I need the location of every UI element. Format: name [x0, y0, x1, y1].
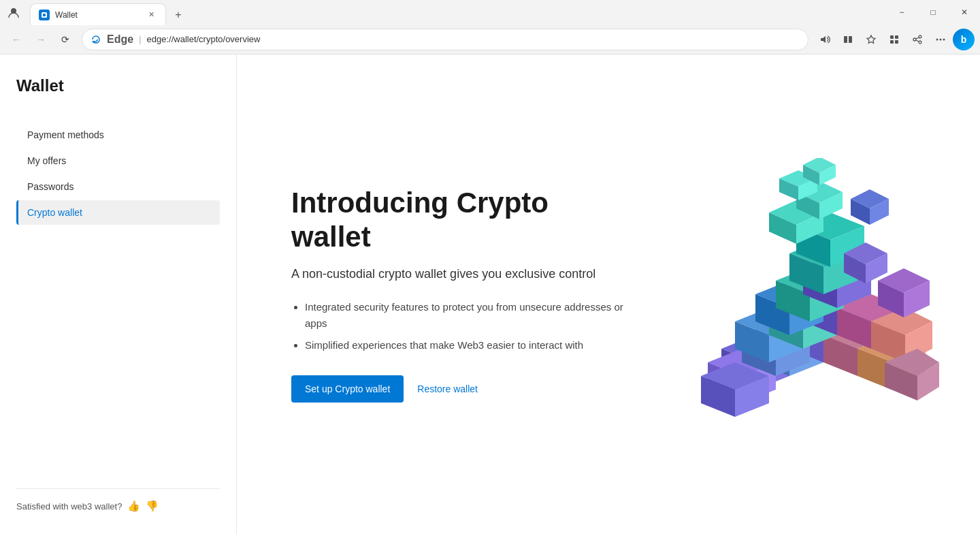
svg-point-10 — [919, 41, 921, 44]
address-brand: Edge — [107, 33, 133, 46]
sidebar-footer: Satisfied with web3 wallet? 👍 👎 — [16, 488, 220, 512]
close-tab-button[interactable]: ✕ — [145, 9, 157, 21]
svg-rect-6 — [895, 35, 898, 39]
sidebar-item-passwords[interactable]: Passwords — [16, 174, 220, 199]
page-subtitle: A non-custodial crypto wallet gives you … — [291, 266, 632, 283]
thumbs-up-icon[interactable]: 👍 — [127, 500, 140, 512]
toolbar: ← → ⟳ Edge | edge://wallet/crypto/overvi… — [0, 25, 980, 54]
tab-favicon — [39, 10, 50, 20]
share-button[interactable] — [906, 29, 928, 50]
thumbs-down-icon[interactable]: 👎 — [146, 500, 159, 512]
wallet-sidebar: Wallet Payment methods My offers Passwor… — [0, 54, 237, 534]
svg-point-12 — [936, 38, 938, 40]
back-button[interactable]: ← — [5, 29, 27, 50]
content-text-block: Introducing Crypto wallet A non-custodia… — [291, 186, 632, 403]
sidebar-item-payment-methods[interactable]: Payment methods — [16, 123, 220, 147]
address-bar[interactable]: Edge | edge://wallet/crypto/overview — [82, 29, 808, 50]
address-url: edge://wallet/crypto/overview — [147, 34, 800, 44]
svg-rect-4 — [849, 36, 852, 43]
main-content: Introducing Crypto wallet A non-custodia… — [237, 54, 980, 534]
svg-point-11 — [913, 38, 916, 41]
feature-list: Integrated security features to protect … — [305, 299, 632, 354]
address-separator: | — [139, 34, 141, 44]
refresh-button[interactable]: ⟳ — [54, 29, 76, 50]
svg-point-14 — [943, 38, 945, 40]
toolbar-actions: b — [814, 29, 975, 50]
window-controls: − □ ✕ — [886, 0, 980, 25]
maximize-button[interactable]: □ — [917, 0, 949, 25]
new-tab-button[interactable]: + — [169, 5, 188, 25]
immersive-reader-button[interactable] — [837, 29, 859, 50]
setup-crypto-wallet-button[interactable]: Set up Crypto wallet — [291, 375, 404, 403]
sidebar-item-crypto-wallet[interactable]: Crypto wallet — [16, 200, 220, 225]
svg-rect-5 — [890, 35, 894, 39]
wallet-tab[interactable]: Wallet ✕ — [30, 3, 166, 25]
svg-rect-8 — [895, 40, 898, 44]
read-aloud-button[interactable] — [814, 29, 836, 50]
bing-button[interactable]: b — [953, 29, 975, 50]
content-area: Wallet Payment methods My offers Passwor… — [0, 54, 980, 534]
collections-button[interactable] — [883, 29, 905, 50]
feature-item-2: Simplified experiences that make Web3 ea… — [305, 337, 632, 354]
svg-rect-3 — [844, 36, 847, 43]
sidebar-item-my-offers[interactable]: My offers — [16, 148, 220, 173]
svg-rect-7 — [890, 40, 894, 44]
crypto-illustration — [667, 158, 953, 430]
feature-item-1: Integrated security features to protect … — [305, 299, 632, 332]
minimize-button[interactable]: − — [886, 0, 917, 25]
restore-wallet-link[interactable]: Restore wallet — [417, 383, 478, 394]
page-title: Introducing Crypto wallet — [291, 186, 632, 255]
sidebar-nav: Payment methods My offers Passwords Cryp… — [16, 123, 220, 488]
svg-point-9 — [919, 35, 921, 38]
action-row: Set up Crypto wallet Restore wallet — [291, 375, 632, 403]
feedback-text: Satisfied with web3 wallet? — [16, 501, 122, 512]
tab-title-text: Wallet — [55, 10, 140, 20]
profile-icon[interactable] — [0, 0, 27, 25]
favorites-button[interactable] — [860, 29, 882, 50]
forward-button[interactable]: → — [30, 29, 52, 50]
close-button[interactable]: ✕ — [949, 0, 980, 25]
edge-logo-icon — [91, 34, 101, 45]
svg-point-13 — [940, 38, 942, 40]
svg-rect-2 — [43, 14, 46, 16]
sidebar-title: Wallet — [16, 76, 220, 95]
feedback-row: Satisfied with web3 wallet? 👍 👎 — [16, 500, 220, 512]
more-button[interactable] — [930, 29, 951, 50]
